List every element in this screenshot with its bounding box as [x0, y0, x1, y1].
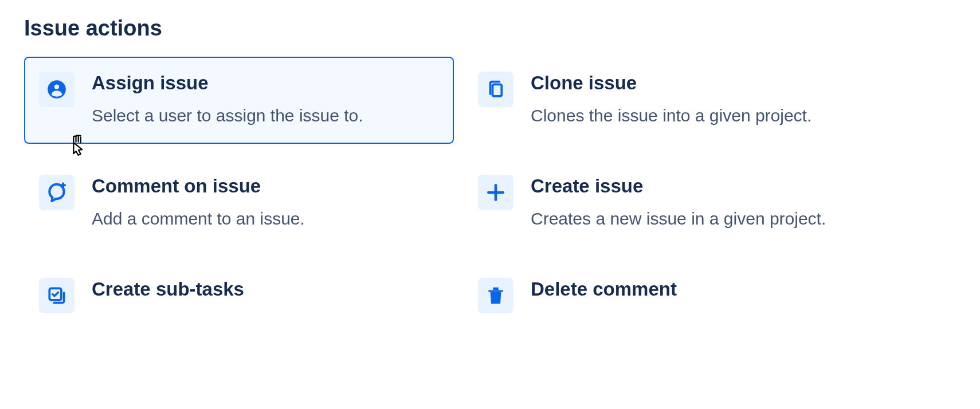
- action-title: Assign issue: [92, 72, 439, 95]
- action-text: Assign issue Select a user to assign the…: [92, 72, 439, 129]
- action-title: Create issue: [531, 175, 878, 198]
- action-clone-issue[interactable]: Clone issue Clones the issue into a give…: [463, 57, 893, 144]
- action-description: Select a user to assign the issue to.: [92, 103, 439, 129]
- action-create-sub-tasks[interactable]: Create sub-tasks: [24, 263, 454, 328]
- comment-add-icon: [39, 175, 75, 210]
- svg-point-1: [54, 84, 59, 89]
- action-title: Create sub-tasks: [92, 278, 439, 301]
- action-title: Clone issue: [531, 72, 878, 95]
- svg-rect-2: [492, 84, 501, 96]
- section-title: Issue actions: [24, 16, 956, 41]
- action-create-issue[interactable]: Create issue Creates a new issue in a gi…: [463, 160, 893, 247]
- action-comment-on-issue[interactable]: Comment on issue Add a comment to an iss…: [24, 160, 454, 247]
- action-description: Clones the issue into a given project.: [531, 103, 878, 129]
- action-text: Create sub-tasks: [92, 278, 439, 309]
- person-circle-icon: [39, 72, 75, 107]
- plus-icon: [478, 175, 513, 210]
- action-text: Clone issue Clones the issue into a give…: [531, 72, 878, 129]
- action-title: Delete comment: [531, 278, 878, 301]
- action-text: Comment on issue Add a comment to an iss…: [92, 175, 439, 232]
- trash-icon: [478, 278, 513, 313]
- action-assign-issue[interactable]: Assign issue Select a user to assign the…: [24, 57, 454, 144]
- action-description: Creates a new issue in a given project.: [531, 206, 878, 233]
- action-text: Delete comment: [531, 278, 878, 309]
- copy-icon: [478, 72, 513, 107]
- action-text: Create issue Creates a new issue in a gi…: [531, 175, 878, 232]
- cursor-pointer-icon: [66, 132, 92, 160]
- action-title: Comment on issue: [92, 175, 439, 198]
- issue-actions-grid: Assign issue Select a user to assign the…: [24, 57, 956, 328]
- action-delete-comment[interactable]: Delete comment: [463, 263, 893, 328]
- subtask-icon: [39, 278, 75, 313]
- action-description: Add a comment to an issue.: [92, 206, 439, 233]
